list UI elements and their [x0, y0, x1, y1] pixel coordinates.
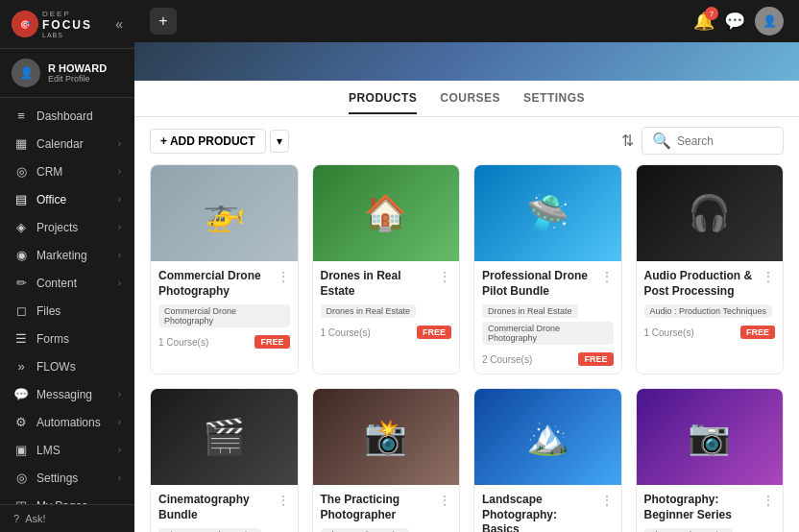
sidebar-item-lms[interactable]: ▣LMS › — [0, 436, 134, 464]
flows-label: FLOWs — [36, 360, 76, 374]
ask-button[interactable]: ? Ask! — [13, 513, 121, 524]
card-title: Cinematography Bundle — [158, 493, 273, 522]
lms-chevron: › — [118, 445, 121, 455]
sidebar-item-projects[interactable]: ◈Projects › — [0, 213, 134, 241]
sidebar-item-office[interactable]: ▤Office › — [0, 185, 134, 213]
product-tag: Photography Basics — [644, 528, 733, 532]
flows-icon: » — [13, 359, 29, 374]
main-content: + 🔔 7 💬 👤 PRODUCTS COURSES SETTINGS + AD… — [134, 0, 799, 532]
product-card[interactable]: 🎬 Cinematography Bundle ⋮ Cinematography… — [150, 388, 299, 532]
card-title: Commercial Drone Photography — [158, 269, 273, 299]
add-product-button[interactable]: + ADD PRODUCT — [150, 129, 266, 154]
card-tags: Commercial Drone Photography — [158, 304, 290, 327]
card-header: Landscape Photography: Basics ⋮ — [482, 493, 614, 532]
card-menu-button[interactable]: ⋮ — [434, 269, 451, 284]
notification-badge: 7 — [705, 7, 718, 20]
card-menu-button[interactable]: ⋮ — [434, 493, 451, 508]
sidebar-item-dashboard[interactable]: ≡Dashboard — [0, 102, 134, 130]
card-menu-button[interactable]: ⋮ — [758, 269, 775, 284]
sidebar-header: 🎯 DEEP FOCUS LABS « — [0, 0, 134, 49]
sidebar-item-calendar[interactable]: ▦Calendar › — [0, 130, 134, 157]
logo-icon: 🎯 — [12, 11, 38, 37]
user-avatar-top[interactable]: 👤 — [755, 7, 784, 36]
dropdown-button[interactable]: ▾ — [270, 130, 289, 153]
marketing-chevron: › — [118, 250, 121, 260]
free-badge: FREE — [740, 326, 775, 339]
card-image: 📷 — [637, 389, 784, 485]
card-image: 🚁 — [151, 165, 298, 261]
content-label: Content — [36, 277, 77, 290]
toolbar: + ADD PRODUCT ▾ ⇅ 🔍 — [150, 117, 784, 164]
notification-button[interactable]: 🔔 7 — [693, 11, 714, 32]
calendar-label: Calendar — [36, 137, 84, 151]
sidebar-item-files[interactable]: ◻Files — [0, 297, 134, 325]
sidebar-item-marketing[interactable]: ◉Marketing › — [0, 241, 134, 269]
product-card[interactable]: 📸 The Practicing Photographer ⋮ Photogra… — [312, 388, 461, 532]
tab-settings[interactable]: SETTINGS — [523, 84, 585, 114]
settings-icon: ◎ — [13, 471, 29, 485]
card-body: Photography: Beginner Series ⋮ Photograp… — [637, 485, 784, 532]
card-menu-button[interactable]: ⋮ — [273, 269, 290, 284]
sidebar-item-flows[interactable]: »FLOWs — [0, 352, 134, 380]
sidebar-item-automations[interactable]: ⚙Automations › — [0, 408, 134, 436]
sidebar-item-content[interactable]: ✏Content › — [0, 269, 134, 297]
user-edit-link[interactable]: Edit Profile — [48, 74, 107, 84]
content-icon: ✏ — [13, 276, 29, 290]
logo-focus: FOCUS — [42, 18, 92, 32]
card-menu-button[interactable]: ⋮ — [273, 493, 290, 508]
sidebar: 🎯 DEEP FOCUS LABS « 👤 R HOWARD Edit Prof… — [0, 0, 134, 532]
messaging-chevron: › — [118, 389, 121, 399]
card-menu-button[interactable]: ⋮ — [758, 493, 775, 508]
sidebar-item-settings[interactable]: ◎Settings › — [0, 464, 134, 492]
card-header: The Practicing Photographer ⋮ — [321, 493, 452, 522]
product-tag: Photography Basics — [321, 528, 409, 532]
card-image: 📸 — [313, 389, 460, 485]
sidebar-item-forms[interactable]: ☰Forms — [0, 325, 134, 352]
files-label: Files — [36, 304, 61, 318]
free-badge: FREE — [254, 335, 289, 349]
lms-icon: ▣ — [13, 443, 29, 457]
office-chevron: › — [118, 194, 121, 205]
automations-label: Automations — [36, 416, 101, 429]
content-chevron: › — [118, 278, 121, 288]
product-card[interactable]: 🎧 Audio Production & Post Processing ⋮ A… — [636, 164, 785, 375]
product-card[interactable]: 🚁 Commercial Drone Photography ⋮ Commerc… — [150, 164, 299, 375]
product-card[interactable]: 🏠 Drones in Real Estate ⋮ Drones in Real… — [312, 164, 461, 375]
sort-button[interactable]: ⇅ — [621, 132, 634, 150]
card-body: Commercial Drone Photography ⋮ Commercia… — [151, 261, 298, 356]
chat-button[interactable]: 💬 — [724, 11, 745, 32]
card-image: 🏔️ — [474, 389, 621, 485]
projects-chevron: › — [118, 222, 121, 232]
tab-products[interactable]: PRODUCTS — [349, 84, 417, 114]
card-tags: Photography Basics — [644, 528, 776, 532]
product-card[interactable]: 📷 Photography: Beginner Series ⋮ Photogr… — [636, 388, 785, 532]
card-menu-button[interactable]: ⋮ — [596, 269, 614, 284]
card-menu-button[interactable]: ⋮ — [596, 493, 614, 508]
user-name: R HOWARD — [48, 62, 107, 74]
product-card[interactable]: 🏔️ Landscape Photography: Basics ⋮ Lands… — [473, 388, 622, 532]
user-avatar: 👤 — [12, 59, 40, 87]
marketing-icon: ◉ — [13, 248, 29, 262]
add-new-button[interactable]: + — [150, 8, 177, 35]
sidebar-nav: ≡Dashboard ▦Calendar › ◎CRM › ▤Office › … — [0, 98, 134, 504]
product-tag: Commercial Drone Photography — [482, 322, 614, 345]
card-body: Cinematography Bundle ⋮ Cinematography B… — [151, 485, 298, 532]
course-count: 1 Course(s) — [644, 327, 694, 338]
tab-courses[interactable]: COURSES — [440, 84, 500, 114]
product-tag: Drones in Real Estate — [321, 304, 417, 318]
sidebar-item-messaging[interactable]: 💬Messaging › — [0, 380, 134, 408]
search-input[interactable] — [677, 134, 773, 148]
sidebar-user: 👤 R HOWARD Edit Profile — [0, 49, 134, 98]
topbar-right: 🔔 7 💬 👤 — [693, 7, 784, 36]
product-tag: Drones in Real Estate — [482, 304, 578, 318]
card-title: Photography: Beginner Series — [644, 493, 759, 522]
card-tags: Photography Basics — [321, 528, 452, 532]
collapse-button[interactable]: « — [115, 16, 123, 32]
product-card[interactable]: 🛸 Professional Drone Pilot Bundle ⋮ Dron… — [473, 164, 622, 375]
crm-chevron: › — [118, 166, 121, 177]
sidebar-item-mypages[interactable]: ◫My Pages › — [0, 492, 134, 504]
tab-bar: PRODUCTS COURSES SETTINGS — [134, 81, 799, 117]
sidebar-item-crm[interactable]: ◎CRM › — [0, 157, 134, 185]
office-icon: ▤ — [13, 192, 29, 206]
card-body: The Practicing Photographer ⋮ Photograph… — [313, 485, 460, 532]
